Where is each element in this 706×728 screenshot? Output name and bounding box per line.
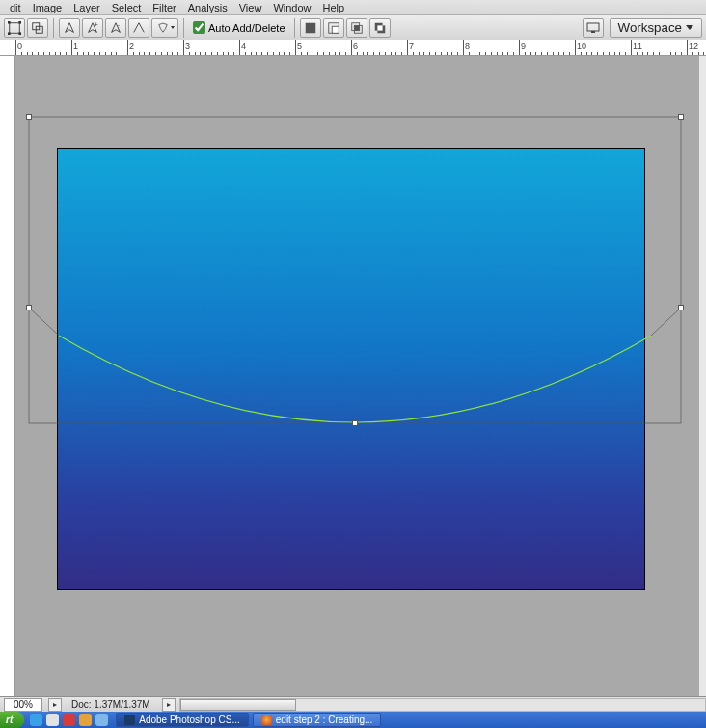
- ruler-label: 3: [185, 41, 190, 51]
- ruler-label: 5: [297, 41, 302, 51]
- scrollbar-thumb[interactable]: [180, 699, 296, 711]
- ruler-label: 10: [577, 41, 586, 51]
- ruler-label: 4: [241, 41, 246, 51]
- taskbar-item-label: Adobe Photoshop CS...: [139, 715, 240, 725]
- convert-point-icon[interactable]: [128, 18, 149, 38]
- svg-rect-3: [8, 32, 11, 35]
- auto-add-delete-input[interactable]: [193, 21, 205, 34]
- svg-rect-14: [354, 25, 359, 30]
- taskbar-item-browser[interactable]: edit step 2 : Creating...: [253, 713, 382, 727]
- menu-analysis[interactable]: Analysis: [182, 1, 233, 14]
- horizontal-ruler[interactable]: 0 1 2 3 4 5 6 7 8 9 10 11 12: [0, 40, 706, 56]
- canvas-workspace[interactable]: [15, 56, 699, 696]
- bbox-top-left-anchor[interactable]: [26, 114, 32, 120]
- workspace-label: Workspace: [618, 20, 682, 35]
- svg-rect-11: [332, 26, 339, 33]
- svg-rect-1: [8, 21, 11, 24]
- ruler-label: 2: [129, 41, 134, 51]
- ruler-label: 8: [465, 41, 470, 51]
- svg-rect-17: [377, 25, 382, 30]
- delete-anchor-icon[interactable]: -: [105, 18, 126, 38]
- svg-rect-4: [18, 32, 21, 35]
- start-button[interactable]: rt: [0, 712, 24, 728]
- browser-icon: [261, 715, 272, 725]
- svg-line-21: [29, 308, 59, 336]
- auto-add-delete-checkbox[interactable]: Auto Add/Delete: [193, 21, 285, 34]
- svg-text:-: -: [118, 21, 121, 28]
- ruler-label: 12: [689, 41, 698, 51]
- taskbar-item-photoshop[interactable]: Adobe Photoshop CS...: [116, 713, 249, 727]
- quick-launch-icon[interactable]: [30, 714, 42, 726]
- shape-tool-icon[interactable]: [151, 18, 178, 38]
- ruler-label: 1: [73, 41, 78, 51]
- svg-rect-9: [305, 22, 315, 33]
- ruler-label: 7: [409, 41, 414, 51]
- svg-line-22: [651, 308, 681, 336]
- separator: [53, 18, 54, 38]
- bounding-box-icon[interactable]: [4, 18, 25, 38]
- ruler-label: 9: [521, 41, 526, 51]
- quick-launch: [24, 714, 114, 726]
- menu-filter[interactable]: Filter: [147, 1, 181, 14]
- document-canvas[interactable]: [57, 148, 645, 590]
- windows-taskbar: rt Adobe Photoshop CS... edit step 2 : C…: [0, 712, 706, 728]
- path-center-anchor[interactable]: [352, 420, 358, 426]
- info-arrow-icon[interactable]: ▸: [162, 698, 176, 712]
- pen-icon[interactable]: [59, 18, 80, 38]
- ruler-label: 11: [633, 41, 642, 51]
- svg-rect-18: [587, 23, 599, 31]
- chevron-down-icon: [686, 25, 693, 30]
- svg-rect-19: [591, 31, 595, 33]
- menu-help[interactable]: Help: [317, 1, 351, 14]
- photoshop-icon: [124, 715, 135, 725]
- status-bar: 00% ▸ Doc: 1.37M/1.37M ▸: [0, 696, 706, 712]
- menu-select[interactable]: Select: [106, 1, 148, 14]
- path-add-icon[interactable]: [300, 18, 321, 38]
- taskbar-item-label: edit step 2 : Creating...: [276, 715, 373, 725]
- path-subtract-icon[interactable]: [323, 18, 344, 38]
- bbox-top-right-anchor[interactable]: [678, 114, 684, 120]
- horizontal-scrollbar[interactable]: [179, 698, 706, 712]
- quick-launch-icon[interactable]: [95, 714, 108, 726]
- doc-size-label: Doc: 1.37M/1.37M: [71, 699, 150, 710]
- menu-layer[interactable]: Layer: [68, 1, 106, 14]
- menu-view[interactable]: View: [233, 1, 268, 14]
- svg-text:+: +: [95, 21, 98, 28]
- menu-window[interactable]: Window: [267, 1, 316, 14]
- ruler-label: 6: [353, 41, 358, 51]
- separator: [183, 18, 184, 38]
- svg-rect-2: [18, 21, 21, 24]
- screen-mode-icon[interactable]: [583, 18, 604, 38]
- path-handle-right[interactable]: [678, 305, 684, 310]
- quick-launch-icon[interactable]: [63, 714, 75, 726]
- auto-add-delete-label: Auto Add/Delete: [208, 22, 285, 34]
- path-intersect-icon[interactable]: [346, 18, 367, 38]
- zoom-arrow-icon[interactable]: ▸: [48, 698, 62, 712]
- svg-rect-0: [10, 22, 20, 33]
- vertical-scrollbar[interactable]: [699, 56, 706, 696]
- path-overlap-icon[interactable]: [27, 18, 48, 38]
- add-anchor-icon[interactable]: +: [82, 18, 103, 38]
- separator: [294, 18, 295, 38]
- quick-launch-icon[interactable]: [46, 714, 59, 726]
- menu-image[interactable]: Image: [27, 1, 68, 14]
- quick-launch-icon[interactable]: [79, 714, 92, 726]
- path-handle-left[interactable]: [26, 305, 32, 310]
- menu-edit[interactable]: dit: [4, 1, 27, 14]
- menu-bar: dit Image Layer Select Filter Analysis V…: [0, 0, 706, 15]
- path-exclude-icon[interactable]: [369, 18, 391, 38]
- vertical-ruler[interactable]: [0, 56, 15, 696]
- zoom-field[interactable]: 00%: [4, 698, 42, 712]
- ruler-label: 0: [17, 41, 22, 51]
- options-bar: + - Auto Add/Delete Workspace: [0, 15, 706, 40]
- workspace-menu[interactable]: Workspace: [610, 18, 702, 38]
